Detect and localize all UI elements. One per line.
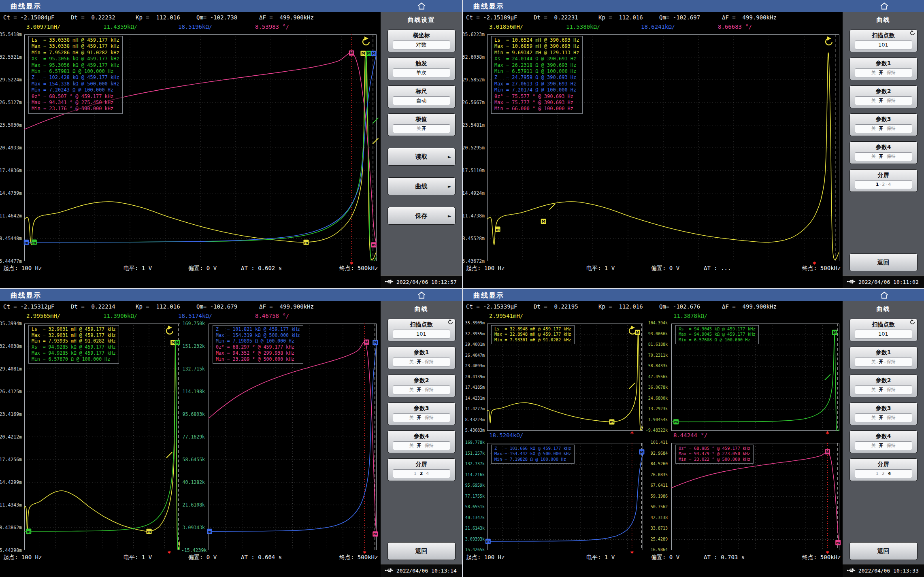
screen-quadrant-3: 曲线显示Ct = -2.15312μFDt = 0.22214Kp = 112.… <box>0 288 462 577</box>
extremum-button[interactable]: 极值关开 <box>387 113 456 136</box>
back-button[interactable]: 返回 <box>387 542 456 560</box>
y-axis-label: 81.6188k <box>644 342 668 347</box>
y-axis-label: 17.4185m <box>462 385 485 390</box>
svg-text:M: M <box>361 51 365 55</box>
curve-button[interactable]: 曲线► <box>387 177 456 195</box>
home-icon[interactable] <box>878 2 890 11</box>
trace-stat-line: Min = 7.19895 Ω @ 100.000 Hz <box>216 338 300 344</box>
y-axis-label: 32.5321m <box>0 54 22 60</box>
param1-button[interactable]: 参数1关-开-保持 <box>849 57 918 80</box>
option-inactive: - <box>877 154 878 159</box>
param1-button-value: 关-开-保持 <box>855 358 912 366</box>
extremum-button-label: 极值 <box>388 114 455 123</box>
y-axis-label: 95.6959k <box>462 483 485 488</box>
param4-button[interactable]: 参数4关-开-保持 <box>849 430 918 453</box>
svg-text:m: m <box>24 240 28 245</box>
sweep-refresh-icon <box>166 326 173 334</box>
param3-button-label: 参数3 <box>850 403 917 412</box>
param1-button-value: 关-开-保持 <box>855 68 912 77</box>
home-icon[interactable] <box>878 291 890 300</box>
split-screen-button[interactable]: 分屏1-2-4 <box>387 458 456 481</box>
save-button-label: 保存 <box>415 212 428 220</box>
y-axis-label: 29.5852m <box>462 77 485 83</box>
trace-stat-line: θz° = 68.985 ° @ 459.177 kHz <box>679 446 750 451</box>
svg-text:m: m <box>610 419 614 424</box>
timestamp: 2022/04/06 10:12:57 <box>396 279 457 285</box>
sweep-plot: mM*Ls = 32.8948 mH @ 459.177 kHzMax = 32… <box>487 324 643 431</box>
trace-stat-line: Min = 23.176 ° @ 500.000 kHz <box>32 106 119 112</box>
meas-dt: Dt = 0.22231 <box>534 14 578 21</box>
sidebar: 曲线扫描点数101参数1关-开-保持参数2关-开-保持参数3关-开-保持参数4关… <box>381 301 462 564</box>
option-inactive: - <box>415 359 416 364</box>
svg-text:m: m <box>372 243 376 247</box>
meas-ct: Ct = -2.15339μF <box>466 303 517 310</box>
param1-button[interactable]: 参数1关-开-保持 <box>849 347 918 369</box>
sweep-points-button[interactable]: 扫描点数101 <box>387 319 456 341</box>
option-inactive: 保持 <box>886 154 895 159</box>
param2-button[interactable]: 参数2关-开-保持 <box>849 375 918 397</box>
trace-stats: Z = 101.666 kΩ @ 459.177 kHzMax = 154.44… <box>491 445 575 464</box>
level: 电平: 1 V <box>586 554 615 561</box>
param4-button-value: 关-开-保持 <box>393 441 450 450</box>
home-icon[interactable] <box>415 2 428 11</box>
y-axis-label: 20.4139m <box>462 375 485 379</box>
refresh-icon <box>910 30 915 37</box>
min-marker: m <box>26 529 31 534</box>
option-inactive: - <box>886 471 887 476</box>
page-title: 曲线显示 <box>11 291 41 300</box>
option-inactive: - <box>886 182 887 187</box>
y-axis-label: 16.9864 <box>644 547 668 552</box>
param2-button[interactable]: 参数2关-开-保持 <box>849 85 918 108</box>
back-button[interactable]: 返回 <box>849 253 918 271</box>
meas-delta-f: ΔF = 499.900kHz <box>722 14 777 21</box>
split-screen-button-value: 1-2-4 <box>855 469 912 478</box>
param3-button[interactable]: 参数3关-开-保持 <box>849 402 918 425</box>
option-inactive: - <box>415 387 416 392</box>
param3-button-value: 关-开-保持 <box>855 413 912 422</box>
ruler-button[interactable]: 标尺自动 <box>387 85 456 108</box>
min-marker: m <box>495 227 500 232</box>
trigger-button[interactable]: 触发单次 <box>387 57 456 80</box>
param3-button[interactable]: 参数3关-开-保持 <box>387 402 456 425</box>
param4-button[interactable]: 参数4关-开-保持 <box>849 141 918 164</box>
option-inactive: - <box>879 471 881 476</box>
home-icon[interactable] <box>415 291 428 300</box>
save-button[interactable]: 保存► <box>387 207 456 225</box>
y-axis-label: 14.4299m <box>0 479 22 485</box>
screen-quadrant-4: 曲线显示Ct = -2.15339μFDt = 0.22195Kp = 112.… <box>462 288 924 577</box>
trace-stat-line: Max = 26.2318 Ω @ 390.693 Hz <box>494 62 579 68</box>
back-button-label: 返回 <box>415 547 428 555</box>
trace-stat-line: θz° = 68.297 ° @ 459.177 kHz <box>216 344 300 350</box>
trace-stat-line: Max = 32.9031 mH @ 459.177 kHz <box>32 332 116 339</box>
trace-scale: 3.01856mH/ <box>489 23 523 30</box>
sidebar: 曲线扫描点数101参数1关-开-保持参数2关-开-保持参数3关-开-保持参数4关… <box>843 12 924 275</box>
x-axis-button[interactable]: 横坐标对数 <box>387 30 456 52</box>
split-screen-button[interactable]: 分屏1-2-4 <box>849 169 918 192</box>
trace-stat-line: θz° = 75.577 ° @ 390.693 Hz <box>494 94 579 100</box>
option-active: 1 <box>876 182 879 187</box>
option-inactive: - <box>884 443 886 448</box>
param1-button[interactable]: 参数1关-开-保持 <box>387 347 456 369</box>
meas-ct: Ct = -2.15312μF <box>3 303 54 310</box>
param2-button-label: 参数2 <box>850 86 917 95</box>
option-inactive: 关 <box>871 70 876 75</box>
y-axis-label: 93.0066k <box>644 332 668 336</box>
split-screen-button[interactable]: 分屏1-2-4 <box>849 458 918 481</box>
trace-stat-line: Ls = 32.9031 mH @ 459.177 kHz <box>32 326 116 332</box>
param2-button-label: 参数2 <box>388 375 455 384</box>
back-button[interactable]: 返回 <box>849 542 918 560</box>
page-title: 曲线显示 <box>473 291 504 300</box>
option-inactive: 保持 <box>886 70 895 75</box>
trace-stat-line: Max = 33.0338 mH @ 459.177 kHz <box>32 43 119 49</box>
param3-button[interactable]: 参数3关-开-保持 <box>849 113 918 136</box>
param4-button[interactable]: 参数4关-开-保持 <box>387 430 456 453</box>
sweep-points-button[interactable]: 扫描点数101 <box>849 319 918 341</box>
y-axis-label: 20.4212m <box>0 434 22 440</box>
option-active: 开 <box>879 98 884 103</box>
sweep-points-button[interactable]: 扫描点数101 <box>849 30 918 52</box>
y-axis-label: 5.43683m <box>462 428 485 432</box>
page-title: 曲线显示 <box>473 2 504 11</box>
min-marker: m <box>609 419 615 424</box>
param2-button[interactable]: 参数2关-开-保持 <box>387 375 456 397</box>
read-button[interactable]: 读取► <box>387 148 456 166</box>
